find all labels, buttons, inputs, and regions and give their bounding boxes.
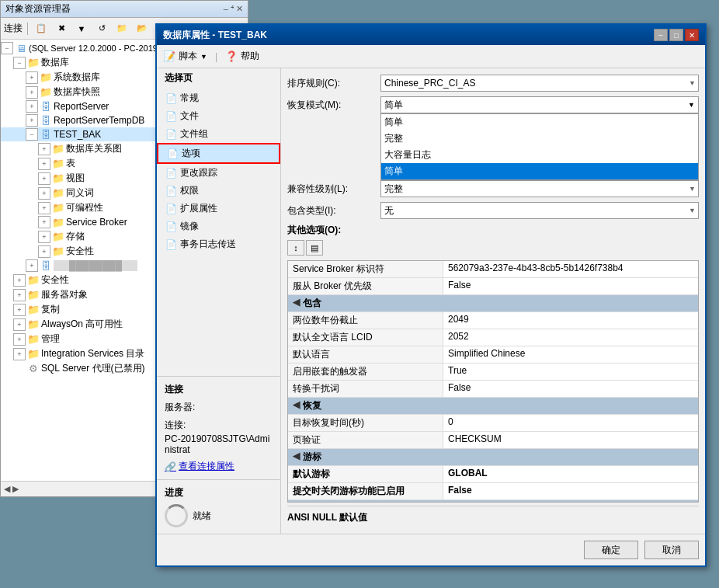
disconnect-btn[interactable]: ✖ bbox=[53, 21, 70, 37]
expand-programmability[interactable]: + bbox=[38, 202, 50, 214]
prop-name-fulltext-lcid: 默认全文语言 LCID bbox=[288, 329, 443, 346]
script-btn[interactable]: 📝 脚本 ▼ bbox=[163, 50, 207, 63]
expand-security-db[interactable]: + bbox=[38, 245, 50, 258]
view-connection-props-link[interactable]: 🔗 查看连接属性 bbox=[165, 460, 273, 473]
prop-value-broker-priority: False bbox=[443, 278, 698, 294]
link-icon: 🔗 bbox=[165, 461, 176, 472]
sql-agent-label: SQL Server 代理(已禁用) bbox=[41, 362, 145, 375]
testbak-icon: 🗄 bbox=[40, 128, 52, 141]
changetracking-page-icon: 📄 bbox=[165, 167, 177, 179]
expand-storage[interactable]: + bbox=[38, 231, 50, 243]
prop-row-sb-id: Service Broker 标识符 562079a3-237e-4b43-8c… bbox=[288, 261, 698, 278]
expand-diagrams[interactable]: + bbox=[38, 143, 50, 155]
service-broker-label: Service Broker bbox=[66, 217, 127, 228]
recovery-option-simple2[interactable]: 简单 bbox=[381, 163, 698, 179]
expand-snapshots[interactable]: + bbox=[26, 86, 38, 99]
extprops-page-icon: 📄 bbox=[165, 203, 177, 215]
page-item-extprops[interactable]: 📄 扩展属性 bbox=[157, 200, 280, 217]
reportservertempdb-label: ReportServerTempDB bbox=[54, 115, 144, 126]
filter-btn[interactable]: ▼ bbox=[73, 21, 90, 37]
section-title-baochan: 包含 bbox=[303, 297, 321, 310]
expand-btn[interactable]: 📂 bbox=[134, 21, 151, 37]
prop-row-twoyear: 两位数年份截止 2049 bbox=[288, 312, 698, 329]
dialog-close-btn[interactable]: ✕ bbox=[685, 29, 699, 41]
recovery-value: 简单 bbox=[384, 99, 403, 112]
collation-select[interactable]: Chinese_PRC_CI_AS bbox=[380, 75, 699, 92]
options-page-icon: 📄 bbox=[166, 148, 179, 160]
connection-section: 连接 服务器: 连接: PC-20190708SJTG\Administrat … bbox=[157, 376, 280, 479]
expand-server-objects[interactable]: + bbox=[13, 289, 26, 301]
recovery-dropdown-wrapper: 简单 ▼ 简单 完整 大容量日志 简单 bbox=[380, 96, 699, 113]
expand-service-broker[interactable]: + bbox=[38, 216, 50, 228]
general-page-label: 常规 bbox=[180, 92, 199, 105]
refresh-btn[interactable]: ↺ bbox=[93, 21, 110, 37]
dialog-minimize-btn[interactable]: − bbox=[654, 29, 668, 41]
prop-row-nested-triggers: 启用嵌套的触发器 True bbox=[288, 364, 698, 381]
ok-button[interactable]: 确定 bbox=[584, 541, 638, 559]
section-header-recovery: ◀ 恢复 bbox=[288, 398, 698, 415]
blurred-db-icon: 🗄 bbox=[40, 259, 52, 272]
databases-folder-icon: 📁 bbox=[27, 57, 40, 69]
page-item-mirroring[interactable]: 📄 镜像 bbox=[157, 217, 280, 235]
prop-row-close-cursor: 提交时关闭游标功能已启用 False bbox=[288, 483, 698, 500]
page-item-options[interactable]: 📄 选项 bbox=[157, 143, 280, 164]
contains-label: 包含类型(I): bbox=[287, 204, 380, 217]
page-item-permissions[interactable]: 📄 权限 bbox=[157, 182, 280, 200]
progress-row: 就绪 bbox=[165, 504, 273, 527]
server-objects-icon: 📁 bbox=[27, 289, 40, 301]
section-arrow-misc: ◀ bbox=[293, 502, 300, 503]
recovery-option-simple[interactable]: 简单 bbox=[381, 114, 698, 130]
mini-filter-btn[interactable]: ▤ bbox=[306, 240, 323, 256]
page-item-changetracking[interactable]: 📄 更改跟踪 bbox=[157, 164, 280, 182]
collapse-btn[interactable]: 📁 bbox=[113, 21, 130, 37]
contains-select[interactable]: 无 bbox=[380, 202, 699, 219]
expand-reportservertempdb[interactable]: + bbox=[26, 114, 38, 127]
recovery-option-full[interactable]: 完整 bbox=[381, 130, 698, 147]
expand-tables[interactable]: + bbox=[38, 158, 50, 170]
dialog-toolbar: 📝 脚本 ▼ | ❓ 帮助 bbox=[157, 45, 705, 68]
recovery-chevron: ▼ bbox=[688, 101, 695, 109]
expand-synonyms[interactable]: + bbox=[38, 187, 50, 200]
expand-server[interactable]: − bbox=[1, 42, 13, 54]
expand-system-dbs[interactable]: + bbox=[26, 71, 38, 84]
expand-replication[interactable]: + bbox=[13, 304, 26, 316]
expand-views[interactable]: + bbox=[38, 172, 50, 185]
server-field-label: 服务器: bbox=[165, 401, 273, 414]
prop-name-broker-priority: 服从 Broker 优先级 bbox=[288, 278, 443, 294]
expand-testbak[interactable]: − bbox=[26, 128, 38, 141]
section-title-cursor: 游标 bbox=[303, 451, 321, 464]
expand-alwayson[interactable]: + bbox=[13, 318, 26, 331]
dialog-body: 选择页 📄 常规 📄 文件 📄 文件组 📄 选项 bbox=[157, 68, 705, 534]
cancel-button[interactable]: 取消 bbox=[644, 541, 699, 559]
expand-reportserver[interactable]: + bbox=[26, 100, 38, 113]
mini-sort-btn[interactable]: ↕ bbox=[287, 240, 304, 256]
programmability-icon: 📁 bbox=[52, 202, 64, 214]
expand-integration-services[interactable]: + bbox=[13, 348, 26, 360]
dialog-maximize-btn[interactable]: □ bbox=[669, 29, 683, 41]
help-btn[interactable]: ❓ 帮助 bbox=[225, 50, 259, 63]
page-item-filegroups[interactable]: 📄 文件组 bbox=[157, 125, 280, 143]
content-panel: 排序规则(C): Chinese_PRC_CI_AS 恢复模式(M): 简单 ▼ bbox=[281, 68, 705, 534]
expand-databases[interactable]: − bbox=[13, 57, 26, 69]
prop-row-fulltext-lcid: 默认全文语言 LCID 2052 bbox=[288, 329, 698, 346]
page-item-general[interactable]: 📄 常规 bbox=[157, 89, 280, 107]
dialog-title: 数据库属性 - TEST_BAK bbox=[163, 29, 267, 42]
page-item-files[interactable]: 📄 文件 bbox=[157, 107, 280, 125]
section-header-cursor: ◀ 游标 bbox=[288, 449, 698, 466]
properties-grid[interactable]: Service Broker 标识符 562079a3-237e-4b43-8c… bbox=[287, 260, 699, 503]
help-label: 帮助 bbox=[241, 50, 259, 63]
integration-services-label: Integration Services 目录 bbox=[41, 347, 144, 360]
expand-security[interactable]: + bbox=[13, 274, 26, 287]
recovery-option-bulklog[interactable]: 大容量日志 bbox=[381, 147, 698, 163]
alwayson-icon: 📁 bbox=[27, 318, 40, 331]
synonyms-label: 同义词 bbox=[66, 186, 94, 200]
prop-value-nested-triggers: True bbox=[443, 364, 698, 380]
expand-management[interactable]: + bbox=[13, 333, 26, 346]
expand-blurred[interactable]: + bbox=[26, 259, 38, 272]
pages-header: 选择页 bbox=[157, 68, 280, 89]
recovery-select[interactable]: 简单 ▼ bbox=[380, 96, 699, 113]
prop-row-default-lang: 默认语言 Simplified Chinese bbox=[288, 346, 698, 364]
new-query-btn[interactable]: 📋 bbox=[33, 21, 50, 37]
compat-select[interactable]: 完整 bbox=[380, 180, 699, 197]
page-item-logshipping[interactable]: 📄 事务日志传送 bbox=[157, 235, 280, 253]
